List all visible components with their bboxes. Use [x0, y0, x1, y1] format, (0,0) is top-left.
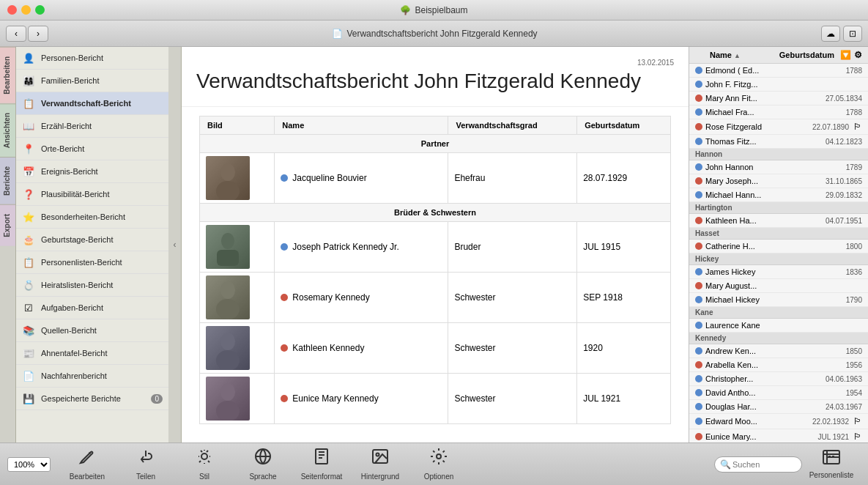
list-item[interactable]: Mary Ann Fit... 27.05.1834 — [689, 92, 868, 105]
personenliste-label: Personenliste — [809, 471, 854, 479]
sidebar-item-erzahl-bericht[interactable]: 📖 Erzähl-Bericht — [16, 115, 168, 138]
sidebar-item-ahnentafel-bericht[interactable]: 📰 Ahnentafel-Bericht — [16, 342, 168, 365]
list-item[interactable]: Douglas Har... 24.03.1967 — [689, 400, 868, 414]
svg-point-6 — [220, 333, 235, 350]
bearbeiten-button[interactable]: Bearbeiten — [58, 445, 116, 484]
rp-group-hickey-header: Hickey — [689, 253, 868, 265]
vert-tab-bearbeiten[interactable]: Bearbeiten — [0, 47, 15, 103]
list-item[interactable]: Catherine H... 1800 — [689, 240, 868, 253]
sidebar-collapse[interactable]: ‹ — [168, 47, 182, 443]
list-item[interactable]: Eunice Mary... JUL 1921 🏳 — [689, 429, 868, 443]
person-name: Mary August... — [705, 281, 859, 290]
sidebar-item-verwandtschaft-bericht[interactable]: 📋 Verwandtschaft-Bericht — [16, 92, 168, 115]
list-item[interactable]: Andrew Ken... 1850 — [689, 344, 868, 358]
list-item[interactable]: Michael Hickey 1790 — [689, 293, 868, 307]
close-button[interactable] — [7, 5, 17, 15]
table-row[interactable]: Kathleen Kennedy Schwester 1920 — [200, 323, 671, 374]
rp-col-name[interactable]: Name ▲ — [710, 51, 774, 59]
person-name: Mary Ann Fit... — [705, 94, 823, 103]
sidebar-item-ereignis-bericht[interactable]: 📅 Ereignis-Bericht — [16, 160, 168, 183]
person-name: Douglas Har... — [705, 402, 823, 411]
person-name: Eunice Mary Kennedy — [292, 393, 378, 404]
person-name: Michael Hann... — [705, 190, 823, 199]
sidebar-item-plausibilitat-bericht[interactable]: ❓ Plausibilität-Bericht — [16, 183, 168, 206]
list-item[interactable]: Rose Fitzgerald 22.07.1890 🏳 — [689, 119, 868, 135]
person-name: Rose Fitzgerald — [705, 122, 809, 131]
zoom-control: 100% 75% 125% 150% — [7, 457, 51, 472]
personenlisten-icon: 📋 — [22, 256, 35, 269]
back-button[interactable]: ‹ — [6, 26, 26, 42]
name-cell: Jacqueline Bouvier — [275, 153, 448, 204]
list-item[interactable]: Michael Fra... 1788 — [689, 105, 868, 119]
zoom-select[interactable]: 100% 75% 125% 150% — [7, 457, 51, 472]
person-dot — [695, 296, 702, 303]
list-item[interactable]: James Hickey 1836 — [689, 265, 868, 279]
list-item[interactable]: Thomas Fitz... 04.12.1823 — [689, 135, 868, 149]
sidebar-item-heiratslisten-bericht[interactable]: 💍 Heiratslisten-Bericht — [16, 274, 168, 297]
nav-buttons: ‹ › — [6, 26, 48, 42]
sidebar-item-gespeicherte-berichte[interactable]: 💾 Gespeicherte Berichte 0 — [16, 388, 168, 410]
birth-date: 1954 — [846, 389, 862, 397]
vert-tab-export[interactable]: Export — [0, 204, 15, 246]
heiratslisten-label: Heiratslisten-Bericht — [41, 281, 113, 289]
list-item[interactable]: Arabella Ken... 1956 — [689, 358, 868, 372]
svg-point-2 — [221, 233, 234, 249]
toolbar-actions: ☁ ⊡ — [821, 26, 862, 42]
list-item[interactable]: Laurence Kane — [689, 319, 868, 333]
ahnentafel-label: Ahnentafel-Bericht — [41, 349, 108, 358]
person-silhouette — [206, 275, 250, 319]
list-item[interactable]: John Hannon 1789 — [689, 160, 868, 174]
minimize-button[interactable] — [21, 5, 31, 15]
forward-button[interactable]: › — [28, 26, 48, 42]
sidebar-item-aufgaben-bericht[interactable]: ☑ Aufgaben-Bericht — [16, 297, 168, 319]
vert-tab-ansichten[interactable]: Ansichten — [0, 103, 15, 157]
sidebar-item-personenlisten-bericht[interactable]: 📋 Personenlisten-Bericht — [16, 251, 168, 274]
table-row[interactable]: Eunice Mary Kennedy Schwester JUL 1921 — [200, 374, 671, 424]
list-item[interactable]: David Antho... 1954 — [689, 386, 868, 400]
list-item[interactable]: Mary August... — [689, 279, 868, 293]
sprache-button[interactable]: Sprache — [234, 445, 292, 484]
geburtstage-icon: 🎂 — [22, 233, 35, 246]
list-item[interactable]: Kathleen Ha... 04.07.1951 — [689, 214, 868, 228]
list-item[interactable]: Edward Moo... 22.02.1932 🏳 — [689, 414, 868, 429]
familien-icon: 👨‍👩‍👧 — [22, 74, 35, 87]
teilen-button[interactable]: Teilen — [116, 445, 175, 484]
personenliste-button[interactable]: Personenliste — [802, 445, 861, 484]
table-row[interactable]: Rosemary Kennedy Schwester SEP 1918 — [200, 273, 671, 323]
svg-point-10 — [201, 453, 207, 459]
person-name: Christopher... — [705, 374, 823, 383]
table-row[interactable]: Jacqueline Bouvier Ehefrau 28.07.1929 — [200, 153, 671, 204]
ereignis-icon: 📅 — [22, 165, 35, 178]
person-name: Thomas Fitz... — [705, 137, 823, 146]
table-row[interactable]: Joseph Patrick Kennedy Jr. Bruder JUL 19… — [200, 222, 671, 273]
rp-col-date[interactable]: Geburtsdatum — [779, 51, 834, 59]
report-table: Bild Name Verwandtschaftsgrad Geburtsdat… — [199, 116, 671, 424]
sidebar-item-personen-bericht[interactable]: 👤 Personen-Bericht — [16, 47, 168, 70]
expand-button[interactable]: ⊡ — [843, 26, 862, 42]
sidebar-item-quellen-bericht[interactable]: 📚 Quellen-Bericht — [16, 319, 168, 342]
sidebar-item-besonderheiten-bericht[interactable]: ⭐ Besonderheiten-Bericht — [16, 206, 168, 229]
vert-tab-berichte[interactable]: Berichte — [0, 157, 15, 204]
seitenformat-button[interactable]: Seitenformat — [292, 445, 351, 484]
optionen-button[interactable]: Optionen — [409, 445, 468, 484]
person-dot — [695, 138, 702, 145]
list-item[interactable]: Christopher... 04.06.1963 — [689, 372, 868, 386]
sidebar-item-nachfahrenbericht[interactable]: 📄 Nachfahrenbericht — [16, 365, 168, 388]
cloud-button[interactable]: ☁ — [821, 26, 840, 42]
list-item[interactable]: Michael Hann... 29.09.1832 — [689, 188, 868, 202]
report-table-wrapper: Bild Name Verwandtschaftsgrad Geburtsdat… — [182, 107, 689, 433]
person-name: John Hannon — [705, 163, 843, 171]
list-item[interactable]: Edmond ( Ed... 1788 — [689, 64, 868, 78]
hintergrund-button[interactable]: Hintergrund — [351, 445, 409, 484]
list-item[interactable]: Mary Joseph... 31.10.1865 — [689, 174, 868, 188]
list-item[interactable]: John F. Fitzg... — [689, 78, 868, 92]
maximize-button[interactable] — [35, 5, 45, 15]
person-dot — [695, 177, 702, 185]
sidebar-item-familien-bericht[interactable]: 👨‍👩‍👧 Familien-Bericht — [16, 70, 168, 92]
person-dot — [695, 217, 702, 224]
stil-button[interactable]: Stil — [175, 445, 234, 484]
filter-icon[interactable]: 🔽 — [840, 50, 851, 60]
settings-icon[interactable]: ⚙ — [854, 50, 862, 60]
sidebar-item-geburtstage-bericht[interactable]: 🎂 Geburtstage-Bericht — [16, 229, 168, 251]
sidebar-item-orte-bericht[interactable]: 📍 Orte-Bericht — [16, 138, 168, 160]
